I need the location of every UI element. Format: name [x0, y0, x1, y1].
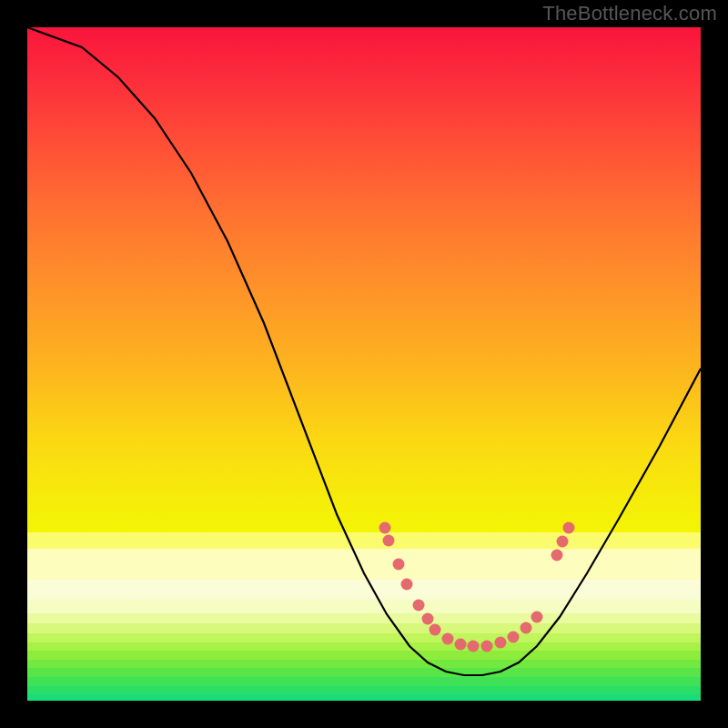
curve-marker — [551, 550, 563, 561]
curve-marker — [531, 612, 543, 623]
curve-marker — [430, 624, 441, 636]
curve-marker — [481, 641, 493, 652]
curve-marker — [379, 522, 391, 534]
plot-area — [27, 27, 701, 701]
curve-layer — [27, 27, 701, 701]
curve-marker — [383, 535, 395, 547]
curve-marker — [557, 536, 569, 548]
curve-markers — [379, 522, 575, 652]
bottleneck-curve — [27, 27, 701, 675]
curve-marker — [455, 639, 467, 651]
curve-marker — [508, 632, 520, 643]
curve-marker — [495, 637, 507, 649]
chart-container: TheBottleneck.com — [0, 0, 728, 728]
curve-marker — [563, 522, 575, 534]
curve-marker — [442, 633, 454, 645]
curve-marker — [393, 559, 405, 571]
attribution-text: TheBottleneck.com — [542, 2, 717, 25]
curve-marker — [401, 579, 413, 591]
curve-marker — [422, 613, 434, 625]
curve-marker — [413, 600, 425, 612]
curve-marker — [521, 622, 532, 634]
curve-marker — [468, 641, 480, 652]
